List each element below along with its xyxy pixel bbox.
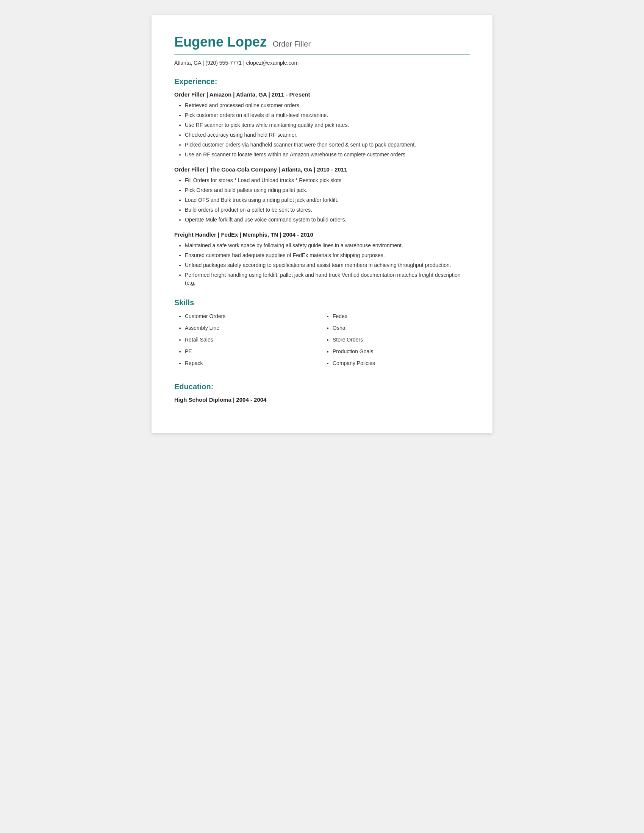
job-entry-amazon: Order Filler | Amazon | Atlanta, GA | 20…	[174, 91, 470, 159]
list-item: Performed freight handling using forklif…	[185, 271, 470, 287]
list-item: Fedex	[333, 312, 470, 320]
list-item: Use an RF scanner to locate items within…	[185, 151, 470, 159]
list-item: PE	[185, 347, 322, 355]
education-section: Education: High School Diploma | 2004 - …	[174, 383, 470, 403]
job-entry-cocacola: Order Filler | The Coca-Cola Company | A…	[174, 166, 470, 224]
list-item: Maintained a safe work space by followin…	[185, 241, 470, 249]
list-item: Assembly Line	[185, 324, 322, 332]
contact-info: Atlanta, GA | (920) 555-7771 | elopez@ex…	[174, 60, 470, 66]
list-item: Picked customer orders via handheld scan…	[185, 141, 470, 149]
job-entry-fedex: Freight Handler | FedEx | Memphis, TN | …	[174, 232, 470, 287]
list-item: Load OFS and Bulk trucks using a riding …	[185, 196, 470, 204]
list-item: Unload packages safely according to spec…	[185, 261, 470, 269]
candidate-job-title: Order Filler	[273, 40, 311, 48]
list-item: Use RF scanner to pick items while maint…	[185, 121, 470, 129]
list-item: Fill Orders for stores * Load and Unload…	[185, 177, 470, 184]
job-bullets-cocacola: Fill Orders for stores * Load and Unload…	[174, 177, 470, 224]
job-bullets-amazon: Retrieved and processed online customer …	[174, 101, 470, 159]
list-item: Company Policies	[333, 359, 470, 367]
skills-section-title: Skills	[174, 298, 470, 307]
list-item: Build orders of product on a pallet to b…	[185, 206, 470, 214]
list-item: Checked accuracy using hand held RF scan…	[185, 131, 470, 139]
list-item: Retail Sales	[185, 336, 322, 344]
job-heading-cocacola: Order Filler | The Coca-Cola Company | A…	[174, 166, 470, 173]
list-item: Customer Orders	[185, 312, 322, 320]
skills-col-left: Customer Orders Assembly Line Retail Sal…	[174, 312, 322, 371]
list-item: Pick customer orders on all levels of a …	[185, 111, 470, 119]
experience-section: Experience: Order Filler | Amazon | Atla…	[174, 77, 470, 287]
skills-col-right: Fedex Osha Store Orders Production Goals…	[322, 312, 470, 371]
list-item: Ensured customers had adequate supplies …	[185, 251, 470, 259]
list-item: Retrieved and processed online customer …	[185, 101, 470, 109]
job-bullets-fedex: Maintained a safe work space by followin…	[174, 241, 470, 287]
list-item: Repack	[185, 359, 322, 367]
list-item: Pick Orders and build pallets using ridi…	[185, 186, 470, 194]
list-item: Store Orders	[333, 336, 470, 344]
header-divider	[174, 55, 470, 55]
experience-section-title: Experience:	[174, 77, 470, 86]
education-entry-heading: High School Diploma | 2004 - 2004	[174, 396, 470, 403]
skills-section: Skills Customer Orders Assembly Line Ret…	[174, 298, 470, 371]
list-item: Operate Mule forklift and use voice comm…	[185, 216, 470, 224]
list-item: Osha	[333, 324, 470, 332]
resume-document: Eugene Lopez Order Filler Atlanta, GA | …	[151, 15, 493, 433]
education-section-title: Education:	[174, 383, 470, 391]
list-item: Production Goals	[333, 347, 470, 355]
header-section: Eugene Lopez Order Filler Atlanta, GA | …	[174, 34, 470, 66]
job-heading-amazon: Order Filler | Amazon | Atlanta, GA | 20…	[174, 91, 470, 98]
name-title-row: Eugene Lopez Order Filler	[174, 34, 470, 50]
candidate-name: Eugene Lopez	[174, 34, 267, 50]
skills-grid: Customer Orders Assembly Line Retail Sal…	[174, 312, 470, 371]
job-heading-fedex: Freight Handler | FedEx | Memphis, TN | …	[174, 232, 470, 238]
